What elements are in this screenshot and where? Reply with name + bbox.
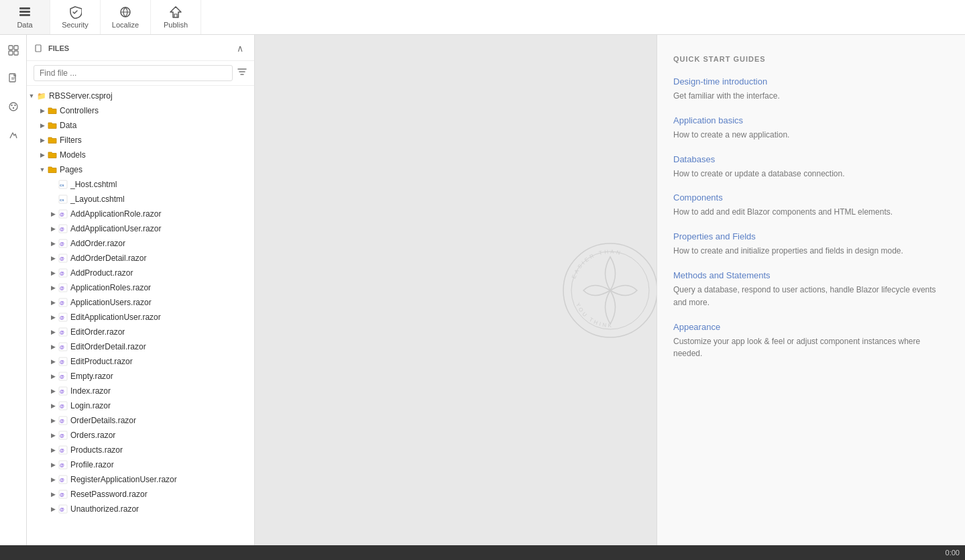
guide-link-components[interactable]: Components (673, 192, 949, 203)
svg-rect-13 (36, 45, 41, 52)
tree-item[interactable]: ▶ @ EditApplicationUser.razor (27, 310, 254, 325)
razor-file-icon: @ (58, 489, 68, 500)
guide-item-design-time: Design-time introduction Get familiar wi… (673, 76, 949, 102)
guide-link-appearance[interactable]: Appearance (673, 322, 949, 332)
tree-label: _Layout.cshtml (70, 194, 125, 204)
filter-icon[interactable] (237, 66, 247, 80)
tree-label: Data (60, 121, 76, 130)
tree-item[interactable]: ▶ @ ApplicationUsers.razor (27, 295, 254, 310)
razor-file-icon: @ (58, 341, 68, 352)
tree-item[interactable]: cs _Host.cshtml (27, 177, 254, 192)
guide-desc-methods-statements: Query a database, respond to user action… (673, 285, 936, 307)
tree-arrow: ▶ (48, 283, 58, 292)
tree-item[interactable]: ▶ @ Profile.razor (27, 457, 254, 472)
icon-bar-deploy[interactable] (3, 125, 23, 145)
publish-icon (169, 5, 182, 19)
tree-item[interactable]: ▶ @ AddApplicationUser.razor (27, 221, 254, 236)
razor-file-icon: @ (58, 297, 68, 308)
tree-item[interactable]: cs _Layout.cshtml (27, 192, 254, 207)
guide-link-design-time[interactable]: Design-time introduction (673, 76, 949, 87)
tree-label: _Host.cshtml (70, 180, 117, 189)
svg-text:@: @ (60, 241, 64, 246)
status-text: 0:00 (946, 549, 960, 557)
tree-item[interactable]: ▶ @ Login.razor (27, 398, 254, 413)
tree-item[interactable]: ▶ Controllers (27, 103, 254, 118)
toolbar-data[interactable]: Data (0, 0, 50, 34)
razor-file-icon: @ (58, 459, 68, 470)
icon-bar (0, 35, 27, 545)
tree-item[interactable]: ▶ @ AddApplicationRole.razor (27, 207, 254, 221)
tree-arrow: ▶ (48, 460, 58, 469)
tree-item[interactable]: ▶ @ RegisterApplicationUser.razor (27, 472, 254, 487)
tree-item[interactable]: ▶ @ Orders.razor (27, 428, 254, 443)
tree-item[interactable]: ▶ @ EditOrder.razor (27, 325, 254, 339)
svg-text:@: @ (60, 478, 64, 482)
svg-text:@: @ (60, 492, 64, 497)
tree-arrow: ▶ (38, 135, 47, 145)
folder-icon (47, 135, 58, 146)
tree-item[interactable]: ▶ Filters (27, 133, 254, 148)
toolbar-localize[interactable]: Localize (101, 0, 151, 34)
tree-arrow: ▶ (48, 268, 58, 278)
guide-link-databases[interactable]: Databases (673, 154, 949, 164)
razor-file-icon: @ (58, 209, 68, 219)
guide-link-app-basics[interactable]: Application basics (673, 115, 949, 125)
tree-label: AddOrder.razor (70, 239, 125, 248)
svg-point-12 (12, 107, 13, 109)
svg-rect-7 (14, 51, 18, 55)
tree-label: EditApplicationUser.razor (70, 313, 161, 322)
security-icon (68, 5, 82, 19)
tree-arrow: ▶ (48, 313, 58, 322)
collapse-panel-button[interactable]: ∧ (234, 42, 246, 55)
tree-arrow: ▶ (48, 490, 58, 499)
tree-label: Filters (60, 135, 82, 145)
tree-label: Models (60, 150, 86, 160)
tree-label: EditProduct.razor (70, 357, 133, 366)
icon-bar-files[interactable] (3, 68, 23, 89)
svg-text:@: @ (60, 448, 64, 453)
tree-item[interactable]: ▶ @ AddOrder.razor (27, 236, 254, 251)
tree-item[interactable]: ▶ @ Index.razor (27, 384, 254, 398)
search-input[interactable] (34, 65, 233, 81)
tree-item[interactable]: ▶ @ Unauthorized.razor (27, 502, 254, 516)
svg-rect-1 (19, 11, 30, 13)
tree-arrow: ▶ (48, 357, 58, 366)
welcome-logo: EASIER THAN YOU THINK (557, 237, 664, 344)
guide-link-methods-statements[interactable]: Methods and Statements (673, 270, 949, 280)
guide-desc-databases: How to create or update a database conne… (673, 169, 845, 178)
guide-item-methods-statements: Methods and Statements Query a database,… (673, 270, 949, 309)
tree-item[interactable]: ▶ @ Products.razor (27, 443, 254, 457)
toolbar-publish[interactable]: Publish (151, 0, 201, 34)
icon-bar-grid[interactable] (3, 40, 23, 60)
tree-arrow: ▶ (48, 401, 58, 410)
icon-bar-palette[interactable] (3, 97, 23, 117)
tree-item[interactable]: ▶ @ ResetPassword.razor (27, 487, 254, 502)
svg-text:@: @ (60, 389, 64, 394)
tree-item[interactable]: ▶ @ EditProduct.razor (27, 354, 254, 369)
tree-label: AddApplicationUser.razor (70, 224, 161, 233)
tree-item[interactable]: ▼ Pages (27, 162, 254, 177)
toolbar-security[interactable]: Security (50, 0, 101, 34)
tree-item[interactable]: ▼ 📁 RBSServer.csproj (27, 89, 254, 103)
tree-item[interactable]: ▶ Models (27, 148, 254, 162)
tree-item[interactable]: ▶ @ EditOrderDetail.razor (27, 339, 254, 354)
guide-desc-app-basics: How to create a new application. (673, 130, 789, 139)
tree-item[interactable]: ▶ @ OrderDetails.razor (27, 413, 254, 428)
tree-arrow: ▼ (38, 165, 47, 174)
razor-file-icon: @ (58, 386, 68, 396)
guide-link-properties-fields[interactable]: Properties and Fields (673, 231, 949, 241)
tree-arrow: ▶ (48, 224, 58, 233)
tree-label: Orders.razor (70, 431, 115, 440)
tree-item[interactable]: ▶ @ Empty.razor (27, 369, 254, 384)
tree-arrow: ▶ (48, 239, 58, 248)
folder-icon (47, 105, 58, 116)
tree-label: Controllers (60, 106, 99, 115)
tree-item[interactable]: ▶ @ ApplicationRoles.razor (27, 280, 254, 295)
guide-item-databases: Databases How to create or update a data… (673, 154, 949, 180)
tree-label: EditOrder.razor (70, 327, 125, 337)
tree-item[interactable]: ▶ @ AddProduct.razor (27, 266, 254, 280)
tree-arrow: ▶ (48, 431, 58, 440)
tree-item[interactable]: ▶ @ AddOrderDetail.razor (27, 251, 254, 266)
tree-item[interactable]: ▶ Data (27, 118, 254, 133)
guides-list: Design-time introduction Get familiar wi… (673, 76, 949, 359)
